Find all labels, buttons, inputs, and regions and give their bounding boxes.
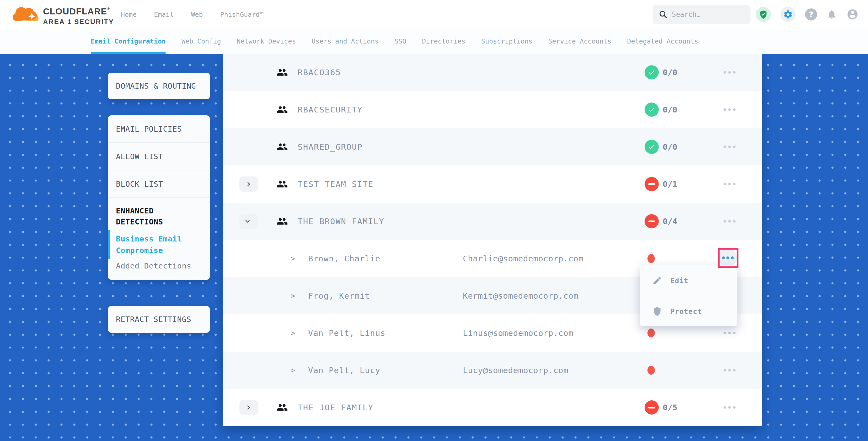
row-more-button[interactable]	[720, 217, 739, 226]
group-people-icon	[276, 402, 288, 413]
sidebar-item-label: EMAIL POLICIES	[116, 125, 182, 133]
header-status-icons: ?	[756, 0, 859, 29]
tab-network-devices[interactable]: Network Devices	[237, 29, 296, 54]
nav-link-home[interactable]: Home	[121, 11, 136, 18]
shield-check-icon[interactable]	[756, 7, 771, 22]
top-header: CLOUDFLARE® AREA 1 SECURITY HomeEmailWeb…	[0, 0, 868, 29]
search-input[interactable]	[672, 10, 743, 18]
menu-item-protect[interactable]: Protect	[640, 296, 737, 326]
expander-collapsed-button[interactable]: ›	[240, 177, 258, 192]
more-dot	[728, 108, 731, 111]
user-row-caret: >	[290, 254, 295, 263]
tab-service-accounts[interactable]: Service Accounts	[548, 29, 612, 54]
sidebar-item-business-email-compromise[interactable]: Business Email Compromise	[108, 230, 210, 259]
user-email: Charlie@somedemocorp.com	[463, 254, 584, 263]
more-dot	[733, 71, 736, 74]
sidebar-item-label: DOMAINS & ROUTING	[116, 82, 196, 90]
tab-web-config[interactable]: Web Config	[182, 29, 221, 54]
expander-expanded-button[interactable]: ›	[240, 214, 258, 229]
more-dot	[733, 183, 736, 185]
more-dot	[728, 220, 731, 223]
user-name: Brown, Charlie	[308, 254, 380, 263]
group-name: RBACO365	[298, 68, 341, 77]
row-more-button[interactable]	[720, 68, 739, 77]
row-more-button[interactable]	[720, 328, 739, 338]
status-dot	[647, 366, 655, 375]
group-people-icon	[276, 178, 288, 190]
user-row-caret: >	[290, 328, 295, 338]
sidebar-item-label: ALLOW LIST	[116, 152, 163, 161]
tab-sso[interactable]: SSO	[394, 29, 406, 54]
nav-link-web[interactable]: Web	[191, 11, 203, 18]
sidebar-item-domains-routing[interactable]: DOMAINS & ROUTING	[108, 73, 210, 99]
user-email: Linus@somedemocorp.com	[463, 328, 574, 338]
tab-directories[interactable]: Directories	[422, 29, 465, 54]
more-dot	[723, 406, 726, 409]
group-name: TEST TEAM SITE	[298, 179, 373, 189]
chevron-down-icon: ›	[243, 219, 253, 223]
account-icon[interactable]	[846, 8, 859, 21]
sidebar-item-enhanced-detections[interactable]: ENHANCED DETECTIONS	[108, 198, 210, 230]
protection-count: 0/5	[663, 403, 677, 412]
sidebar-item-added-detections[interactable]: Added Detections	[108, 259, 210, 280]
user-email: Kermit@somedemocorp.com	[463, 291, 579, 301]
more-dot	[723, 108, 726, 111]
more-dot	[723, 183, 726, 185]
sidebar-item-label: ENHANCED DETECTIONS	[116, 206, 163, 226]
sidebar-item-label: BLOCK LIST	[116, 180, 163, 189]
logo-subtitle: AREA 1 SECURITY	[43, 18, 114, 26]
tab-label: Email Configuration	[91, 37, 166, 45]
protection-count: 0/4	[663, 217, 677, 226]
protection-count: 0/0	[663, 142, 677, 152]
shield-icon	[652, 306, 662, 316]
tab-label: Delegated Accounts	[627, 37, 698, 45]
pencil-icon	[652, 275, 662, 286]
group-people-icon	[276, 67, 288, 78]
sidebar-item-allow-list[interactable]: ALLOW LIST	[108, 143, 210, 170]
tab-label: Directories	[422, 37, 465, 45]
row-more-button[interactable]	[720, 105, 739, 114]
row-more-button[interactable]	[720, 366, 739, 375]
tab-subscriptions[interactable]: Subscriptions	[481, 29, 533, 54]
sidebar-item-label: Added Detections	[116, 261, 191, 270]
table-row-rbacsecurity: RBACSECURITY0/0	[223, 91, 762, 128]
user-row-caret: >	[290, 366, 295, 375]
notifications-bell-icon[interactable]	[827, 9, 837, 20]
tab-delegated-accounts[interactable]: Delegated Accounts	[627, 29, 698, 54]
more-dot	[723, 369, 726, 372]
search-box[interactable]	[653, 5, 750, 24]
sidebar-item-email-policies[interactable]: EMAIL POLICIES	[108, 115, 210, 143]
group-name: THE BROWN FAMILY	[298, 217, 384, 226]
sidebar-item-retract-settings[interactable]: RETRACT SETTINGS	[108, 306, 210, 333]
registered-mark: ®	[107, 6, 110, 10]
cloudflare-cloud-icon	[11, 2, 39, 24]
row-more-button[interactable]	[720, 403, 739, 412]
header-nav: HomeEmailWebPhishGuard™	[121, 0, 264, 29]
row-more-button[interactable]	[720, 143, 739, 151]
tab-label: Network Devices	[237, 37, 296, 45]
sidebar-item-label: RETRACT SETTINGS	[116, 315, 191, 324]
table-row-the-brown-family: ›THE BROWN FAMILY0/4	[223, 203, 762, 240]
status-minus-badge	[645, 400, 659, 414]
sidebar-item-block-list[interactable]: BLOCK LIST	[108, 170, 210, 198]
menu-item-edit[interactable]: Edit	[640, 265, 737, 296]
expander-collapsed-button[interactable]: ›	[240, 400, 258, 415]
tab-email-configuration[interactable]: Email Configuration	[91, 29, 166, 54]
more-dot	[723, 220, 726, 223]
status-check-badge	[645, 65, 659, 80]
group-people-icon	[276, 216, 288, 227]
help-icon[interactable]: ?	[805, 8, 817, 21]
settings-gear-icon[interactable]	[780, 7, 796, 22]
group-name: SHARED_GROUP	[298, 142, 363, 152]
status-dot	[647, 328, 655, 338]
status-minus-badge	[645, 214, 659, 228]
nav-link-phishguard[interactable]: PhishGuard™	[220, 11, 264, 18]
protection-count: 0/0	[663, 105, 677, 114]
tab-users-and-actions[interactable]: Users and Actions	[312, 29, 379, 54]
user-email: Lucy@somedemocorp.com	[463, 366, 568, 375]
more-dot	[723, 146, 726, 148]
nav-link-email[interactable]: Email	[154, 11, 174, 18]
table-row-van-pelt-lucy: >Van Pelt, LucyLucy@somedemocorp.com	[223, 352, 762, 389]
row-more-button[interactable]	[720, 180, 739, 189]
more-dot	[728, 71, 731, 74]
